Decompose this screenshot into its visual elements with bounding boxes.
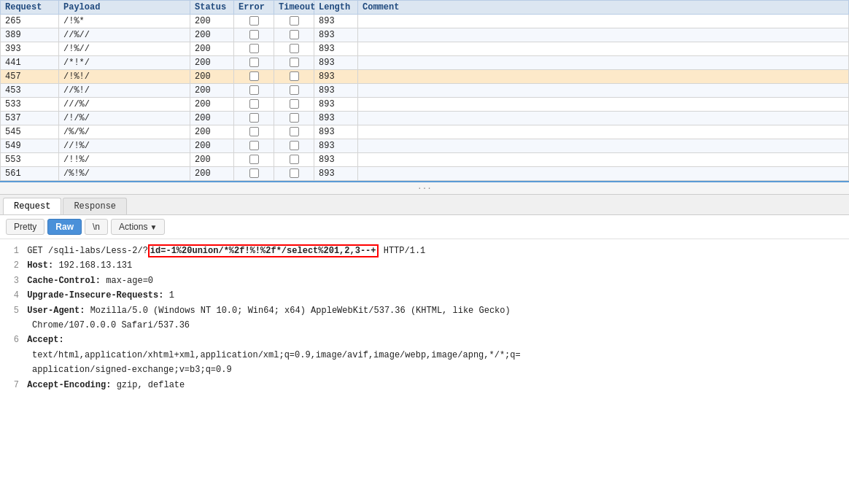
- cell-timeout: [274, 42, 314, 56]
- timeout-checkbox[interactable]: [290, 58, 299, 67]
- tab-response[interactable]: Response: [63, 198, 127, 214]
- panel-divider: ···: [0, 182, 849, 195]
- timeout-checkbox[interactable]: [290, 44, 299, 53]
- table-row[interactable]: 265/!%*200893: [1, 15, 849, 28]
- table-row[interactable]: 537/!/%/200893: [1, 112, 849, 125]
- error-checkbox[interactable]: [249, 99, 259, 109]
- request-ua-label: User-Agent:: [27, 306, 90, 316]
- cell-timeout: [274, 167, 314, 181]
- error-checkbox[interactable]: [249, 141, 259, 150]
- cell-status: 200: [190, 84, 234, 98]
- error-checkbox[interactable]: [249, 58, 259, 67]
- request-line-3: 3 Cache-Control: max-age=0: [6, 274, 843, 288]
- pretty-button[interactable]: Pretty: [6, 219, 44, 235]
- line-num-2: 2: [6, 258, 19, 273]
- timeout-checkbox[interactable]: [290, 30, 299, 39]
- error-checkbox[interactable]: [249, 71, 259, 81]
- error-checkbox[interactable]: [249, 85, 259, 95]
- table-row[interactable]: 453//%!/200893: [1, 84, 849, 98]
- request-ua-continued: Chrome/107.0.0.0 Safari/537.36: [32, 320, 190, 330]
- table-row[interactable]: 561/%!%/200893: [1, 167, 849, 181]
- cell-error: [234, 125, 274, 139]
- cell-timeout: [274, 98, 314, 112]
- table-row[interactable]: 393/!%//200893: [1, 42, 849, 56]
- error-checkbox[interactable]: [249, 168, 259, 178]
- error-checkbox[interactable]: [249, 30, 259, 39]
- cell-payload: /!%!/: [59, 70, 190, 84]
- cell-comment: [358, 15, 849, 28]
- cell-error: [234, 70, 274, 84]
- table-row[interactable]: 533///%/200893: [1, 98, 849, 112]
- timeout-checkbox[interactable]: [290, 113, 299, 123]
- cell-length: 893: [314, 56, 358, 70]
- timeout-checkbox[interactable]: [290, 71, 299, 81]
- request-line-6c: application/signed-exchange;v=b3;q=0.9: [6, 363, 843, 377]
- request-line-1: 1 GET /sqli-labs/Less-2/?id=-1%20union/*…: [6, 244, 843, 258]
- timeout-checkbox[interactable]: [290, 168, 299, 178]
- cell-request-id: 265: [1, 15, 59, 28]
- cell-comment: [358, 125, 849, 139]
- cell-length: 893: [314, 98, 358, 112]
- request-accept-label: Accept:: [27, 335, 63, 345]
- request-line-7: 7 Accept-Encoding: gzip, deflate: [6, 378, 843, 392]
- actions-button[interactable]: Actions ▼: [111, 219, 165, 235]
- table-row[interactable]: 457/!%!/200893: [1, 70, 849, 84]
- cell-length: 893: [314, 84, 358, 98]
- cell-error: [234, 56, 274, 70]
- cell-payload: /!/%/: [59, 112, 190, 125]
- timeout-checkbox[interactable]: [290, 16, 299, 26]
- toolbar: Pretty Raw \n Actions ▼: [0, 215, 849, 239]
- tab-request[interactable]: Request: [3, 198, 61, 214]
- line-num-3: 3: [6, 274, 19, 288]
- cell-status: 200: [190, 153, 234, 167]
- cell-request-id: 441: [1, 56, 59, 70]
- cell-timeout: [274, 28, 314, 42]
- line-num-1: 1: [6, 244, 19, 258]
- error-checkbox[interactable]: [249, 16, 259, 26]
- newline-button[interactable]: \n: [85, 219, 108, 235]
- table-row[interactable]: 545/%/%/200893: [1, 125, 849, 139]
- actions-dropdown-arrow: ▼: [150, 223, 157, 231]
- cell-request-id: 553: [1, 153, 59, 167]
- table-row[interactable]: 441/*!*/200893: [1, 56, 849, 70]
- timeout-checkbox[interactable]: [290, 155, 299, 164]
- cell-payload: /%!%/: [59, 167, 190, 181]
- cell-comment: [358, 167, 849, 181]
- cell-request-id: 393: [1, 42, 59, 56]
- request-host-label: Host:: [27, 260, 58, 271]
- cell-payload: /!%//: [59, 42, 190, 56]
- timeout-checkbox[interactable]: [290, 127, 299, 136]
- error-checkbox[interactable]: [249, 127, 259, 136]
- request-host-value: 192.168.13.131: [58, 260, 132, 271]
- cell-timeout: [274, 70, 314, 84]
- error-checkbox[interactable]: [249, 113, 259, 123]
- cell-comment: [358, 56, 849, 70]
- timeout-checkbox[interactable]: [290, 85, 299, 95]
- raw-button[interactable]: Raw: [47, 219, 82, 235]
- timeout-checkbox[interactable]: [290, 141, 299, 150]
- cell-comment: [358, 139, 849, 153]
- error-checkbox[interactable]: [249, 44, 259, 53]
- table-row[interactable]: 553/!!%/200893: [1, 153, 849, 167]
- cell-error: [234, 84, 274, 98]
- timeout-checkbox[interactable]: [290, 99, 299, 109]
- cell-length: 893: [314, 153, 358, 167]
- request-cache-value: max-age=0: [106, 276, 153, 286]
- request-line-5b: Chrome/107.0.0.0 Safari/537.36: [6, 318, 843, 333]
- cell-error: [234, 15, 274, 28]
- actions-label: Actions: [119, 222, 147, 232]
- col-header-length: Length: [314, 1, 358, 15]
- error-checkbox[interactable]: [249, 155, 259, 164]
- main-container: Request Payload Status Error Timeout Len…: [0, 0, 849, 504]
- request-encoding-value: gzip, deflate: [117, 380, 185, 390]
- request-upgrade-label: Upgrade-Insecure-Requests:: [27, 290, 168, 301]
- cell-comment: [358, 70, 849, 84]
- cell-timeout: [274, 112, 314, 125]
- cell-length: 893: [314, 28, 358, 42]
- table-row[interactable]: 389//%//200893: [1, 28, 849, 42]
- table-row[interactable]: 549//!%/200893: [1, 139, 849, 153]
- cell-length: 893: [314, 139, 358, 153]
- cell-timeout: [274, 153, 314, 167]
- cell-timeout: [274, 56, 314, 70]
- cell-error: [234, 98, 274, 112]
